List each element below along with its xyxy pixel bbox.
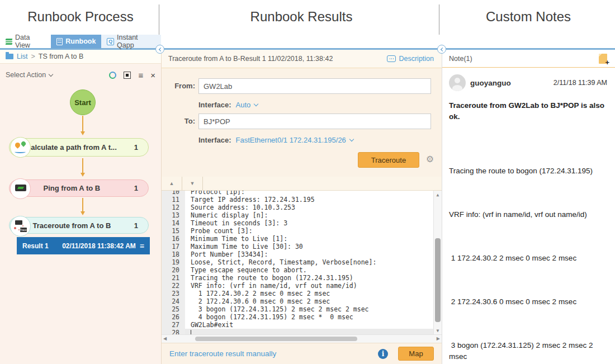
refresh-icon[interactable] [109,72,116,79]
interface-label: Interface: [198,101,231,109]
line-text: Loose, Strict, Record, Timestamp, Verbos… [185,258,376,266]
menu-icon[interactable]: ≡ [138,72,143,79]
scrollbar-down-arrow[interactable]: ▼ [434,328,442,333]
breadcrumb-list-link[interactable]: List [17,53,27,60]
result-label: Result 1 [22,242,49,250]
tab-instant-qapp[interactable]: Q Instant Qapp [101,35,161,48]
collapse-left-panel-button[interactable] [155,45,164,54]
book-icon [56,38,63,45]
chevron-down-icon [349,137,354,141]
flow-step-traceroute[interactable]: Trace Traceroute from A to B 1 [9,217,149,234]
tab-data-view[interactable]: Data View [0,35,51,48]
breadcrumb-current: TS from A to B [39,53,84,60]
terminal-line: 23 1 172.24.30.2 2 msec 0 msec 2 msec [162,290,442,297]
custom-notes-panel: Note(1) + guoyanguo 2/11/18 11:39 AM Tra… [442,50,615,364]
collapse-results-panel-button[interactable] [437,45,446,54]
terminal-line: 19 Loose, Strict, Record, Timestamp, Ver… [162,258,442,266]
layers-icon [6,39,12,45]
line-number: 27 [162,321,185,329]
from-input[interactable] [198,78,431,94]
result-menu-icon[interactable]: ≡ [140,242,144,250]
line-text: 3 bogon (172.24.31.125) 2 msec 2 msec 2 … [185,305,369,313]
info-icon[interactable]: i [378,349,388,359]
step-result-count: 1 [134,143,138,152]
comment-icon [387,55,396,62]
scroll-down-button[interactable]: ▼ [182,177,203,190]
horizontal-scroll-thumb[interactable] [195,337,357,341]
terminal-current-line: 28 [162,329,442,334]
map-pins-icon [10,137,31,158]
from-label: From: [166,82,195,90]
scrollbar-right-arrow[interactable]: ▶ [437,336,440,341]
section-title-custom-notes: Custom Notes [442,9,615,25]
app-window: Runbook Process Runbook Results Custom N… [0,0,615,364]
line-text: Numeric display [n]: [185,211,268,219]
line-text: Probe count [3]: [185,227,253,235]
scrollbar-up-arrow[interactable]: ▲ [434,192,442,197]
terminal-line: 24 2 172.24.30.6 0 msec 0 msec 2 msec [162,297,442,305]
terminal-line: 22 VRF info: (vrf in name/id, vrf out na… [162,282,442,290]
note-line: 2 172.24.30.6 0 msec 0 msec 2 msec [449,296,607,308]
line-text: Maximum Time to Live [30]: 30 [185,243,303,250]
vertical-scrollbar[interactable]: ▲ ▼ [433,191,442,334]
to-interface-dropdown[interactable]: FastEthernet0/1 172.24.31.195/26 [236,136,353,144]
text-cursor [191,330,191,334]
flow-step-ping[interactable]: Ping from A to B 1 [9,179,149,197]
scrollbar-left-arrow[interactable]: ◀ [163,336,167,341]
flow-arrow [82,198,83,214]
note-line: 1 172.24.30.2 2 msec 0 msec 2 msec [449,253,607,264]
select-action-label: Select Action [6,71,46,79]
line-text: 2 172.24.30.6 0 msec 0 msec 2 msec [185,297,330,305]
from-interface-value: Auto [236,101,251,109]
folder-icon [6,54,13,59]
note-body: Traceroute from GW2Lab to BJ*POP is also… [449,100,607,364]
gear-icon[interactable]: ⚙ [426,154,434,164]
line-number: 16 [162,235,185,243]
breadcrumb-separator: > [31,53,35,60]
line-number: 12 [162,204,185,211]
qapp-icon: Q [107,38,114,45]
line-number: 25 [162,305,185,313]
scroll-up-button[interactable]: ▲ [162,177,182,190]
terminal-line: 11 Target IP address: 172.24.31.195 [162,196,442,204]
notes-header: Note(1) + [442,50,615,68]
line-number: 10 [162,191,185,196]
close-icon[interactable]: × [150,72,155,79]
line-number: 22 [162,282,185,290]
ping-monitor-icon [10,178,31,199]
step-result-count: 1 [134,184,138,192]
line-text: Source address: 10.10.3.253 [185,204,295,211]
horizontal-scrollbar[interactable]: ◀ ▶ [162,334,442,343]
note-line: 3 bogon (172.24.31.125) 2 msec 2 msec 2 … [449,340,607,362]
terminal-line: 18 Port Number [33434]: [162,250,442,258]
tab-runbook[interactable]: Runbook [51,35,101,48]
select-action-dropdown[interactable]: Select Action [6,71,53,79]
terminal-line: 27 GW2Lab#exit [162,321,442,329]
add-note-icon[interactable]: + [599,54,607,64]
terminal-line: 25 3 bogon (172.24.31.125) 2 msec 2 msec… [162,305,442,313]
vertical-scroll-thumb[interactable] [435,238,441,322]
line-number: 28 [162,329,185,334]
description-button[interactable]: Description [387,55,434,63]
note-line: VRF info: (vrf in name/id, vrf out name/… [449,209,607,220]
terminal-line: 12 Source address: 10.10.3.253 [162,204,442,211]
terminal-line: 17 Maximum Time to Live [30]: 30 [162,243,442,250]
from-interface-dropdown[interactable]: Auto [236,101,258,109]
line-text: Protocol [ip]: [185,191,245,196]
terminal-output[interactable]: 10 Protocol [ip]: 11 Target IP address: … [162,191,442,334]
title-divider [159,4,159,35]
enter-result-manually-link[interactable]: Enter traceroute result manually [169,349,276,358]
flow-toolbar: Select Action ≡ × [6,69,155,81]
terminal-line: 20 Type escape sequence to abort. [162,266,442,274]
line-text: Target IP address: 172.24.31.195 [185,196,315,204]
flow-start-node[interactable]: Start [70,89,96,115]
map-button[interactable]: Map [398,347,434,361]
traceroute-result-bar[interactable]: Result 1 02/11/2018 11:38:42 AM ≡ [17,237,150,254]
step-result-count: 1 [134,221,138,230]
fit-to-screen-icon[interactable] [124,72,131,79]
traceroute-button[interactable]: Traceroute [358,152,419,168]
flow-step-calculate-path[interactable]: calculate a path from A t... 1 [9,138,149,157]
to-input[interactable] [198,114,431,129]
avatar [449,74,466,91]
to-label: To: [166,117,195,125]
